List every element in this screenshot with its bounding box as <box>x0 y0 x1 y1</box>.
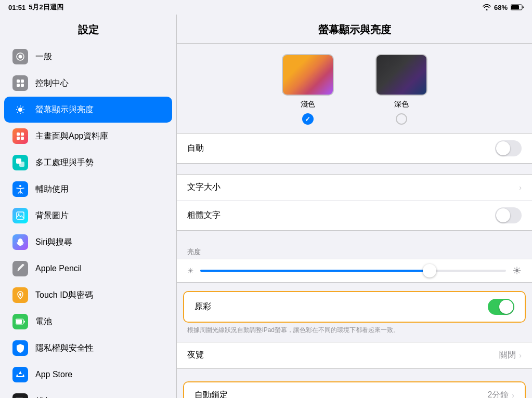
brightness-slider[interactable] <box>200 270 506 272</box>
sidebar-item-home[interactable]: 主畫面與App資料庫 <box>4 123 172 149</box>
wallpaper-icon <box>12 208 28 223</box>
svg-rect-5 <box>21 79 24 83</box>
svg-point-2 <box>19 55 22 59</box>
control-icon <box>12 75 28 91</box>
appearance-light-radio[interactable] <box>302 113 314 125</box>
sidebar-item-privacy[interactable]: 隱私權與安全性 <box>4 335 172 361</box>
appearance-light[interactable]: 淺色 <box>282 54 334 125</box>
main-container: 設定 一般 控制中心 螢幕顯示與亮度 <box>0 15 532 398</box>
svg-rect-1 <box>511 5 519 9</box>
true-color-toggle[interactable] <box>488 299 514 315</box>
auto-lock-highlight: 自動鎖定 2分鐘 › <box>183 381 526 398</box>
auto-label: 自動 <box>187 143 495 154</box>
svg-point-8 <box>18 108 22 112</box>
true-color-highlight: 原彩 <box>183 291 526 323</box>
content-title: 螢幕顯示與亮度 <box>177 15 532 44</box>
svg-line-14 <box>22 112 23 112</box>
svg-rect-28 <box>16 320 22 324</box>
night-shift-row[interactable]: 夜覽 關閉 › <box>177 342 532 368</box>
wallet-label: 錢包 <box>35 396 52 399</box>
sidebar-item-accessibility[interactable]: 輔助使用 <box>4 176 172 202</box>
sidebar-item-general[interactable]: 一般 <box>4 44 172 70</box>
brightness-label: 亮度 <box>177 243 532 259</box>
svg-rect-22 <box>19 162 24 167</box>
text-size-label: 文字大小 <box>187 182 519 193</box>
svg-rect-17 <box>17 132 20 136</box>
home-label: 主畫面與App資料庫 <box>35 131 108 142</box>
sidebar-item-display[interactable]: 螢幕顯示與亮度 <box>4 97 172 123</box>
accessibility-label: 輔助使用 <box>35 184 69 195</box>
sidebar-item-siri[interactable]: Siri與搜尋 <box>4 229 172 255</box>
sidebar-item-wallet[interactable]: 錢包 <box>4 388 172 398</box>
status-date: 5月2日週四 <box>29 3 63 12</box>
sidebar-item-touchid[interactable]: Touch ID與密碼 <box>4 282 172 308</box>
touchid-icon <box>12 287 28 303</box>
brightness-fill <box>200 270 430 272</box>
brightness-icon-small: ☀ <box>187 267 194 275</box>
privacy-icon <box>12 340 28 356</box>
text-group: 文字大小 › 粗體文字 <box>177 174 532 231</box>
appstore-label: App Store <box>35 370 72 379</box>
brightness-row: ☀ ☀ <box>177 259 532 283</box>
siri-label: Siri與搜尋 <box>35 237 72 248</box>
auto-lock-row[interactable]: 自動鎖定 2分鐘 › <box>184 382 525 398</box>
svg-rect-6 <box>17 84 20 87</box>
sidebar-item-wallpaper[interactable]: 背景圖片 <box>4 203 172 229</box>
svg-point-25 <box>18 214 20 215</box>
sidebar-item-battery[interactable]: 電池 <box>4 309 172 335</box>
sidebar-item-control[interactable]: 控制中心 <box>4 70 172 96</box>
svg-rect-29 <box>16 376 24 377</box>
night-shift-value: 關閉 <box>499 350 516 361</box>
wallet-icon <box>12 393 28 398</box>
sidebar-list: 一般 控制中心 螢幕顯示與亮度 主畫面與App資料庫 <box>0 43 176 398</box>
sidebar-item-pencil[interactable]: Apple Pencil <box>4 256 172 282</box>
night-shift-group: 夜覽 關閉 › <box>177 342 532 369</box>
svg-line-15 <box>22 107 23 107</box>
appearance-light-preview <box>282 54 334 96</box>
true-color-row: 原彩 <box>184 292 525 322</box>
status-bar-right: 68% <box>483 4 524 11</box>
svg-point-23 <box>19 185 21 187</box>
accessibility-icon <box>12 181 28 197</box>
night-shift-chevron: › <box>519 351 522 360</box>
general-icon <box>12 49 28 64</box>
bold-text-label: 粗體文字 <box>187 210 495 221</box>
content-area: 螢幕顯示與亮度 淺色 深色 自動 <box>177 15 532 398</box>
bold-text-row: 粗體文字 <box>177 201 532 230</box>
appearance-section: 淺色 深色 <box>177 44 532 133</box>
brightness-thumb[interactable] <box>423 264 436 277</box>
text-size-chevron: › <box>519 183 522 192</box>
pencil-label: Apple Pencil <box>35 264 82 273</box>
text-size-row[interactable]: 文字大小 › <box>177 175 532 201</box>
sidebar-item-multitask[interactable]: 多工處理與手勢 <box>4 150 172 176</box>
general-label: 一般 <box>35 51 52 62</box>
appearance-light-label: 淺色 <box>301 100 315 109</box>
appearance-dark-radio[interactable] <box>396 113 407 125</box>
battery-sidebar-icon <box>12 314 28 329</box>
auto-row: 自動 <box>177 134 532 163</box>
sidebar-item-appstore[interactable]: App Store <box>4 362 172 388</box>
svg-rect-18 <box>21 132 24 136</box>
true-color-label: 原彩 <box>194 301 488 312</box>
sidebar-title: 設定 <box>0 15 176 43</box>
auto-lock-chevron: › <box>512 391 514 398</box>
appearance-dark-preview <box>375 54 427 96</box>
auto-toggle-knob <box>496 141 510 155</box>
display-label: 螢幕顯示與亮度 <box>35 104 94 115</box>
appearance-dark[interactable]: 深色 <box>375 54 427 125</box>
svg-line-16 <box>17 112 18 112</box>
auto-toggle[interactable] <box>495 140 522 156</box>
wallpaper-label: 背景圖片 <box>35 210 69 221</box>
svg-rect-19 <box>17 137 20 140</box>
home-icon <box>12 128 28 144</box>
wifi-icon <box>483 4 491 10</box>
multitask-label: 多工處理與手勢 <box>35 157 94 168</box>
svg-rect-20 <box>21 137 24 140</box>
bold-text-toggle[interactable] <box>495 207 522 223</box>
multitask-icon <box>12 155 28 170</box>
status-battery: 68% <box>494 4 508 11</box>
auto-group: 自動 <box>177 133 532 164</box>
siri-icon <box>12 234 28 250</box>
true-color-description: 根據周圍光線狀況自動調整iPad螢幕，讓色彩在不同的環境下都看起來一致。 <box>177 323 532 342</box>
night-shift-label: 夜覽 <box>187 350 499 361</box>
